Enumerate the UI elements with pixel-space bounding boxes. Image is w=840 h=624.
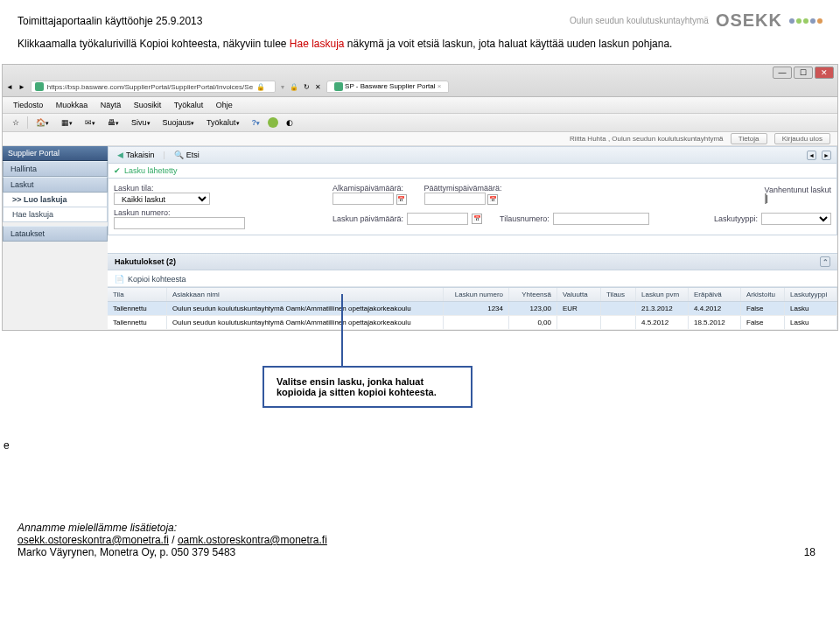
browser-tab[interactable]: SP - Basware Supplier Portal ×: [326, 81, 450, 93]
toolbar-tyokalut[interactable]: Työkalut▾: [202, 116, 244, 129]
norton-icon[interactable]: [268, 117, 278, 128]
checkbox-vanhentunut[interactable]: [765, 193, 766, 204]
menu-tiedosto[interactable]: Tiedosto: [8, 99, 48, 111]
col-yhteensa[interactable]: Yhteensä: [509, 288, 557, 301]
col-numero[interactable]: Laskun numero: [444, 288, 509, 301]
minimize-icon[interactable]: —: [773, 67, 792, 79]
label-tilausnum: Tilausnumero:: [500, 214, 550, 223]
feed-icon[interactable]: ▦▾: [57, 116, 77, 129]
menu-suosikit[interactable]: Suosikit: [129, 99, 167, 111]
browser-chrome: — ☐ ✕ ◄ ► https://bsp.basware.com/Suppli…: [3, 65, 837, 97]
logo-subtitle: Oulun seudun koulutuskuntayhtymä: [570, 16, 709, 25]
sidebar-laskut[interactable]: Laskut: [3, 177, 108, 193]
callout-connector: [341, 294, 343, 366]
url-bar[interactable]: https://bsp.basware.com/SupplierPortal/S…: [47, 83, 253, 91]
collapse-icon[interactable]: ⌃: [820, 256, 830, 267]
footer-contact: Marko Väyrynen, Monetra Oy, p. 050 379 5…: [18, 546, 822, 558]
label-tila: Laskun tila:: [114, 184, 210, 193]
callout-wrap: Valitse ensin lasku, jonka haluat kopioi…: [0, 331, 840, 436]
sidebar-lataukset[interactable]: Lataukset: [3, 226, 108, 242]
col-asiakas[interactable]: Asiakkaan nimi: [167, 288, 444, 301]
menu-tyokalut[interactable]: Työkalut: [169, 99, 209, 111]
close-icon[interactable]: ✕: [815, 67, 834, 79]
help-icon[interactable]: ?▾: [248, 116, 265, 129]
back-icon[interactable]: ◄: [6, 83, 13, 91]
logo-main: OSEKK: [716, 11, 782, 31]
table-header: Tila Asiakkaan nimi Laskun numero Yhteen…: [108, 287, 837, 302]
filter-panel: Laskun tila: Kaikki laskut Alkamispäiväm…: [108, 179, 837, 235]
logout-button[interactable]: Kirjaudu ulos: [774, 133, 830, 144]
check-icon: ✔: [114, 166, 121, 175]
col-arkistoitu[interactable]: Arkistoitu: [741, 288, 785, 301]
label-paattymis: Päättymispäivämäärä:: [424, 184, 502, 193]
results-header: Hakutulokset (2) ⌃: [108, 253, 837, 270]
label-tyyppi: Laskutyyppi:: [714, 214, 758, 223]
sidebar-luo-laskuja[interactable]: >> Luo laskuja: [3, 193, 108, 207]
footer-line1: Annamme mielellämme lisätietoja:: [18, 522, 822, 534]
intro-text: Klikkaamalla työkalurivillä Kopioi kohte…: [0, 38, 840, 55]
favicon-icon: [35, 82, 44, 91]
table-row[interactable]: Tallennettu Oulun seudun koulutuskuntayh…: [108, 316, 837, 330]
email-link-2[interactable]: oamk.ostoreskontra@monetra.fi: [178, 534, 327, 546]
intro-highlight: Hae laskuja: [290, 38, 345, 50]
toolbar-suojaus[interactable]: Suojaus▾: [158, 116, 200, 129]
table-row[interactable]: Tallennettu Oulun seudun koulutuskuntayh…: [108, 302, 837, 316]
etsi-button[interactable]: 🔍 Etsi: [171, 150, 203, 160]
calendar-icon[interactable]: 📅: [487, 194, 498, 205]
menu-muokkaa[interactable]: Muokkaa: [51, 99, 94, 111]
kopioi-button[interactable]: 📄 Kopioi kohteesta: [115, 275, 186, 284]
callout-box: Valitse ensin lasku, jonka haluat kopioi…: [262, 366, 472, 408]
col-pvm[interactable]: Laskun pvm: [636, 288, 689, 301]
col-erapaiva[interactable]: Eräpäivä: [689, 288, 741, 301]
scroll-left-icon[interactable]: ◄: [807, 151, 816, 160]
input-tilausnum[interactable]: [553, 213, 649, 225]
user-strip: Riitta Huhta , Oulun seudun koulutuskunt…: [3, 132, 837, 146]
col-valuutta[interactable]: Valuutta: [557, 288, 601, 301]
input-alkamis[interactable]: [332, 193, 394, 205]
label-numero: Laskun numero:: [114, 208, 245, 217]
tietoja-button[interactable]: Tietoja: [731, 133, 767, 144]
select-tila[interactable]: Kaikki laskut: [114, 193, 210, 205]
maximize-icon[interactable]: ☐: [794, 67, 813, 79]
select-tyyppi[interactable]: [761, 213, 831, 225]
lock-icon: 🔒: [256, 83, 265, 91]
calendar-icon[interactable]: 📅: [396, 194, 407, 205]
sidebar-header: Supplier Portal: [3, 146, 108, 161]
back-arrow-icon: ◀: [117, 151, 123, 159]
menu-ohje[interactable]: Ohje: [211, 99, 238, 111]
scroll-right-icon[interactable]: ►: [822, 151, 831, 160]
e-marker: e: [0, 436, 840, 452]
input-paattymis[interactable]: [424, 193, 486, 205]
toolbar-sivu[interactable]: Sivu▾: [127, 116, 155, 129]
action-toolbar: ◀ Takaisin | 🔍 Etsi ◄ ►: [108, 146, 837, 164]
main-panel: ◀ Takaisin | 🔍 Etsi ◄ ► ✔ Lasku lähetett…: [108, 146, 837, 330]
doc-title: Toimittajaportaalin käyttöohje 25.9.2013: [18, 15, 202, 27]
email-link-1[interactable]: osekk.ostoreskontra@monetra.fi: [18, 534, 169, 546]
label-alkamis: Alkamispäivämäärä:: [332, 184, 407, 193]
calendar-icon[interactable]: 📅: [472, 214, 482, 224]
search-icon: 🔍: [174, 151, 184, 159]
sidebar-hae-laskuja[interactable]: Hae laskuja: [3, 207, 108, 222]
sidebar-hallinta[interactable]: Hallinta: [3, 161, 108, 177]
col-tilaus[interactable]: Tilaus: [601, 288, 636, 301]
copy-icon: 📄: [115, 275, 124, 284]
label-vanhentunut: Vanhentunut laskut: [765, 186, 831, 194]
favorites-icon[interactable]: ☆: [8, 116, 24, 129]
extra-icon[interactable]: ◐: [282, 116, 298, 129]
menu-nayta[interactable]: Näytä: [95, 99, 127, 111]
status-ribbon: ✔ Lasku lähetetty: [108, 164, 837, 179]
input-numero[interactable]: [114, 217, 245, 229]
input-paiva[interactable]: [407, 213, 468, 225]
menu-bar: Tiedosto Muokkaa Näytä Suosikit Työkalut…: [3, 97, 837, 114]
home-icon[interactable]: 🏠▾: [32, 116, 53, 129]
col-tyyppi[interactable]: Laskutyyppi: [785, 288, 837, 301]
logo-area: Oulun seudun koulutuskuntayhtymä OSEKK: [570, 11, 822, 31]
print-icon[interactable]: 🖶▾: [103, 116, 123, 129]
takaisin-button[interactable]: ◀ Takaisin: [114, 150, 158, 160]
sidebar: Supplier Portal Hallinta Laskut >> Luo l…: [3, 146, 108, 330]
screenshot: — ☐ ✕ ◄ ► https://bsp.basware.com/Suppli…: [2, 64, 838, 331]
col-tila[interactable]: Tila: [108, 288, 167, 301]
mail-icon[interactable]: ✉▾: [80, 116, 100, 129]
label-paiva: Laskun päivämäärä:: [332, 214, 403, 223]
forward-icon[interactable]: ►: [18, 83, 25, 91]
